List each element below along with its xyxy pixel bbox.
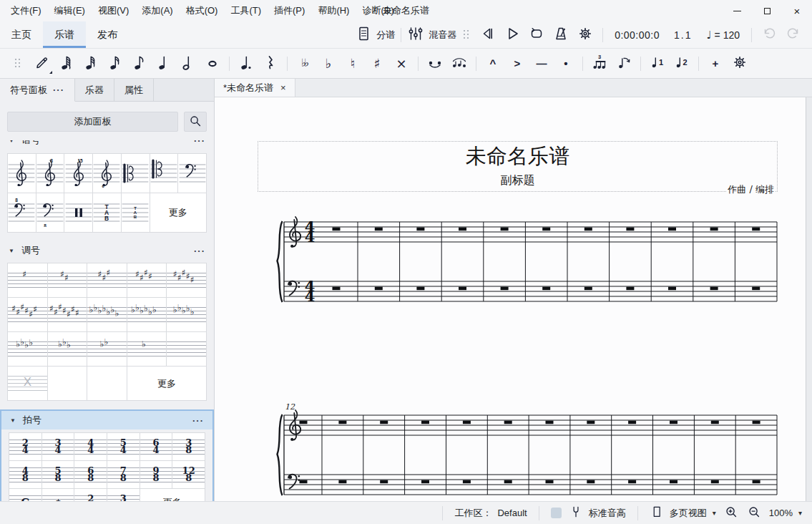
palette-keysig-7s[interactable]: ♯♯♯♯♯♯♯ [48,298,87,331]
zoom-out-button[interactable] [746,504,762,522]
palette-timesig-4-4[interactable]: 44 [74,433,107,460]
score-system-1[interactable]: 4444 [275,210,779,313]
menu-item[interactable]: 编辑(E) [48,0,92,21]
score-title[interactable]: 未命名乐谱 [258,142,777,171]
double-sharp-button[interactable]: × [389,52,414,76]
palette-clef-bass[interactable] [178,154,206,193]
menu-item[interactable]: 文件(F) [4,0,48,21]
palette-clef-bass-8b[interactable]: 8 [36,193,64,232]
note-32nd-button[interactable] [79,52,103,76]
staccato-button[interactable]: • [554,52,578,76]
add-palettes-button[interactable]: 添加面板 [7,112,178,132]
palette-keysig-1s[interactable]: ♯ [8,263,47,297]
note-whole-button[interactable] [200,52,225,76]
palette-keysig-6s[interactable]: ♯♯♯♯♯♯ [8,298,47,331]
palette-timesig-common[interactable]: C [9,489,41,501]
palette-timesig-3-8[interactable]: 38 [172,433,205,460]
slur-button[interactable] [447,52,471,76]
palette-timesig-12-8[interactable]: 128 [172,461,205,488]
menu-item[interactable]: 插件(P) [268,0,311,21]
metronome-button[interactable] [549,24,572,46]
palette-timesig-4-8[interactable]: 48 [9,461,41,488]
tab-主页[interactable]: 主页 [0,21,43,48]
palette-search-button[interactable] [184,112,207,132]
note-16th-button[interactable] [103,52,127,76]
palette-more-button[interactable]: 更多 [150,193,206,232]
midi-indicator[interactable] [551,508,562,518]
panel-tab-属性[interactable]: 属性 [114,79,154,101]
note-quarter-button[interactable] [152,52,176,76]
add-palette-item-button[interactable]: + [703,52,728,76]
rewind-button[interactable] [476,24,499,46]
close-button[interactable]: × [782,0,812,21]
undo-button[interactable] [758,24,781,46]
minimize-button[interactable] [722,0,752,21]
palette-timesig-3-4[interactable]: 34 [42,433,74,460]
score-subtitle[interactable]: 副标题 [258,173,777,188]
palette-clef-treble[interactable] [8,154,36,193]
zoom-in-button[interactable] [723,504,739,522]
palette-menu-icon[interactable]: ··· [53,84,64,95]
palette-keysig-1f[interactable]: ♭ [127,332,167,366]
section-menu-icon[interactable]: ··· [192,415,204,426]
palette-timesig-6-8[interactable]: 68 [74,461,107,488]
palette-clef-tab[interactable]: TAB [93,193,121,232]
palette-clef-tab-small[interactable]: TAB [122,193,150,232]
playback-drag-handle[interactable] [458,24,475,46]
note-half-button[interactable] [176,52,200,76]
palette-timesig-6-4[interactable]: 64 [140,433,172,460]
note-8th-button[interactable] [127,52,152,76]
palette-keysig-open[interactable]: X [8,367,47,400]
palette-timesig-cut[interactable]: ¢ [42,489,74,501]
voice-1-button[interactable]: 1 [645,52,670,76]
marcato-button[interactable]: ^ [481,52,505,76]
palette-keysig-none[interactable] [167,332,206,366]
palette-keysig-3f[interactable]: ♭♭♭ [48,332,87,366]
palette-more-button[interactable]: 更多 [127,367,206,400]
score-system-2[interactable]: 12 [275,404,779,501]
palette-timesig-2-2[interactable]: 22 [74,489,107,501]
palette-clef-treble-8b[interactable]: 8 [93,154,121,193]
note-input-mode-button-button[interactable] [30,52,54,76]
score-composer[interactable]: 作曲 / 编排 [726,183,776,196]
palette-clef-bass-8a[interactable]: 8 [8,193,36,232]
palette-timesig-3-2[interactable]: 32 [107,489,140,501]
palette-more-button[interactable]: 更多 [140,489,205,501]
view-mode-selector[interactable]: 多页视图 ▾ [650,505,716,521]
concert-pitch-toggle[interactable]: 标准音高 [569,505,626,521]
playback-settings-button[interactable] [574,24,597,46]
double-flat-button[interactable]: ♭♭ [292,52,316,76]
tempo-display[interactable]: ♩ = 120 [700,29,745,42]
accent-button[interactable]: > [505,52,529,76]
tab-发布[interactable]: 发布 [86,21,129,48]
panel-tab-符号面板[interactable]: 符号面板··· [0,79,75,102]
palette-section-header[interactable]: ▼拍号··· [1,411,212,430]
palette-section-header[interactable]: ▼谱号··· [0,140,214,150]
menu-item[interactable]: 工具(T) [224,0,268,21]
palette-section-header[interactable]: ▼调号··· [0,241,214,260]
flip-direction-button[interactable] [612,52,636,76]
menu-item[interactable]: 添加(A) [135,0,179,21]
maximize-button[interactable] [752,0,782,21]
section-menu-icon[interactable]: ··· [194,246,205,256]
palette-timesig-2-4[interactable]: 24 [9,433,41,460]
rest-button[interactable] [258,52,283,76]
customize-toolbar-button[interactable] [728,52,752,76]
menu-item[interactable]: 视图(V) [92,0,135,21]
palette-keysig-4f[interactable]: ♭♭♭♭ [8,332,47,366]
palette-keysig-2s[interactable]: ♯♯ [48,263,87,297]
palette-clef-alto[interactable] [122,154,150,193]
parts-button[interactable]: 分谱 [355,24,395,46]
play-button[interactable] [501,24,524,46]
palette-keysig-2f[interactable]: ♭♭ [87,332,127,366]
sharp-button[interactable]: ♯ [365,52,389,76]
document-tab[interactable]: *未命名乐谱 × [215,79,295,97]
tuplet-button[interactable]: 3 [587,52,612,76]
palette-timesig-5-8[interactable]: 58 [42,461,74,488]
voice-2-button[interactable]: 2 [670,52,694,76]
panel-tab-乐器[interactable]: 乐器 [75,79,114,101]
tab-乐谱[interactable]: 乐谱 [43,21,86,48]
note-64th-button[interactable] [54,52,79,76]
palette-keysig-4s[interactable]: ♯♯♯♯ [127,263,167,297]
augmentation-dot-button[interactable] [234,52,258,76]
